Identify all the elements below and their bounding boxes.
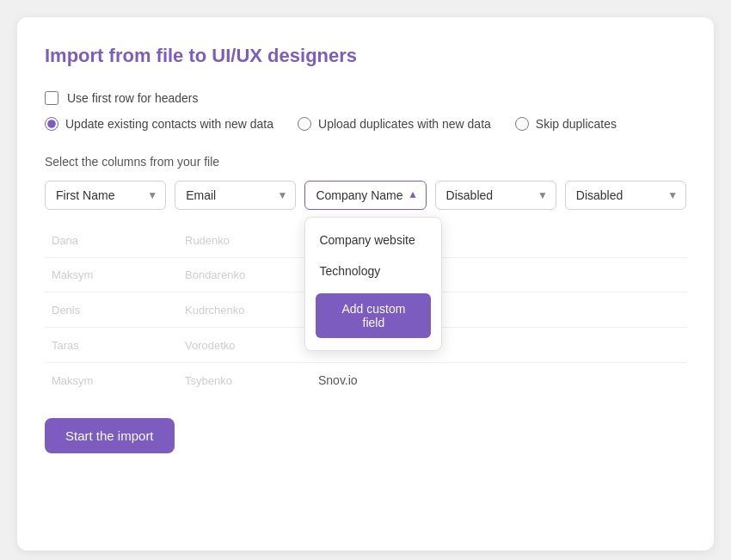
title-suffix: UI/UX designers (206, 45, 357, 66)
table-cell-3-0: Taras (45, 328, 178, 363)
update-contacts-label[interactable]: Update existing contacts with new data (65, 117, 273, 131)
skip-duplicates-label[interactable]: Skip duplicates (536, 117, 617, 131)
dropdown-item-technology[interactable]: Technology (305, 255, 441, 286)
update-contacts-radio[interactable] (45, 117, 58, 131)
duplicate-options-row: Update existing contacts with new data U… (45, 117, 686, 131)
columns-section-label: Select the columns from your file (45, 155, 686, 169)
upload-duplicates-option: Upload duplicates with new data (298, 117, 491, 131)
table-cell-4-2: Snov.io (311, 363, 686, 398)
import-card: Import from file to UI/UX designers Use … (17, 17, 714, 551)
col5-wrapper: First Name Email Company Name Company we… (565, 181, 686, 210)
page-title: Import from file to UI/UX designers (45, 45, 686, 67)
skip-duplicates-option: Skip duplicates (515, 117, 617, 131)
col4-wrapper: First Name Email Company Name Company we… (435, 181, 556, 210)
col3-dropdown-menu: Company website Technology Add custom fi… (304, 217, 442, 351)
add-custom-field-button[interactable]: Add custom field (316, 293, 431, 338)
table-row: MaksymTsybenkoSnov.io (45, 363, 686, 398)
col5-select[interactable]: First Name Email Company Name Company we… (565, 181, 686, 210)
col3-wrapper: First Name Email Company Name Company we… (304, 181, 426, 210)
col3-select[interactable]: First Name Email Company Name Company we… (304, 181, 426, 210)
table-cell-1-1: Bondarenko (178, 258, 311, 292)
table-cell-4-0: Maksym (45, 363, 178, 398)
start-import-button[interactable]: Start the import (45, 418, 175, 453)
col1-select[interactable]: First Name Last Name Email Company Name … (45, 181, 166, 210)
upload-duplicates-label[interactable]: Upload duplicates with new data (318, 117, 491, 131)
first-row-headers-label[interactable]: Use first row for headers (67, 91, 199, 105)
col2-select[interactable]: First Name Email Company Name Company we… (175, 181, 296, 210)
first-row-headers-checkbox[interactable] (45, 91, 58, 105)
table-cell-2-1: Kudrchenko (178, 292, 311, 328)
options-section: Use first row for headers Update existin… (45, 91, 686, 131)
upload-duplicates-radio[interactable] (298, 117, 311, 131)
col2-wrapper: First Name Email Company Name Company we… (175, 181, 296, 210)
table-cell-4-1: Tsybenko (178, 363, 311, 398)
column-dropdowns-row: First Name Last Name Email Company Name … (45, 181, 686, 210)
table-cell-3-1: Vorodetko (178, 328, 311, 363)
col4-select[interactable]: First Name Email Company Name Company we… (435, 181, 556, 210)
update-contacts-option: Update existing contacts with new data (45, 117, 273, 131)
table-cell-0-0: Dana (45, 224, 178, 258)
table-cell-2-0: Denis (45, 292, 178, 328)
title-prefix: Import from file (45, 45, 188, 66)
col1-wrapper: First Name Last Name Email Company Name … (45, 181, 166, 210)
title-highlight: to (188, 45, 206, 66)
skip-duplicates-radio[interactable] (515, 117, 529, 131)
first-row-headers-row: Use first row for headers (45, 91, 686, 105)
dropdown-item-company-website[interactable]: Company website (305, 225, 441, 255)
table-cell-1-0: Maksym (45, 258, 178, 292)
table-cell-0-1: Rudenko (178, 224, 311, 258)
